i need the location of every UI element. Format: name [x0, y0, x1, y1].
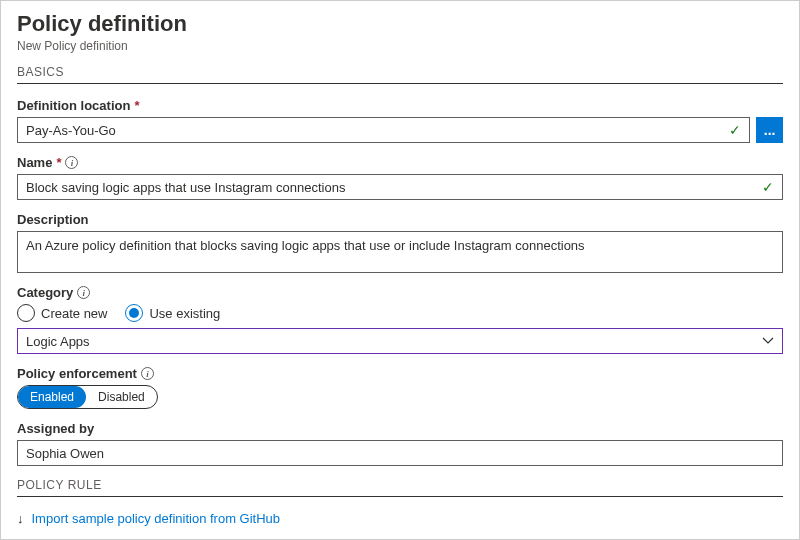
name-value: Block saving logic apps that use Instagr…	[26, 180, 345, 195]
description-label: Description	[17, 212, 783, 227]
description-value: An Azure policy definition that blocks s…	[26, 238, 585, 253]
field-definition-location: Definition location * Pay-As-You-Go ✓ ..…	[17, 98, 783, 143]
category-select[interactable]: Logic Apps	[17, 328, 783, 354]
page-title: Policy definition	[17, 11, 783, 37]
download-icon: ↓	[17, 511, 24, 526]
field-name: Name * i Block saving logic apps that us…	[17, 155, 783, 200]
label-text: Policy enforcement	[17, 366, 137, 381]
field-policy-enforcement: Policy enforcement i Enabled Disabled	[17, 366, 783, 409]
category-radio-group: Create new Use existing	[17, 304, 783, 322]
info-icon[interactable]: i	[141, 367, 154, 380]
import-link-text: Import sample policy definition from Git…	[32, 511, 281, 526]
definition-location-browse-button[interactable]: ...	[756, 117, 783, 143]
page-subtitle: New Policy definition	[17, 39, 783, 53]
check-icon: ✓	[756, 179, 774, 195]
category-label: Category i	[17, 285, 783, 300]
label-text: Category	[17, 285, 73, 300]
definition-location-input[interactable]: Pay-As-You-Go ✓	[17, 117, 750, 143]
section-basics-header: BASICS	[17, 65, 783, 84]
radio-icon	[125, 304, 143, 322]
required-indicator: *	[134, 98, 139, 113]
chevron-down-icon	[762, 335, 774, 347]
radio-icon	[17, 304, 35, 322]
required-indicator: *	[56, 155, 61, 170]
label-text: Assigned by	[17, 421, 94, 436]
toggle-enabled[interactable]: Enabled	[18, 386, 86, 408]
assigned-by-value: Sophia Owen	[26, 446, 104, 461]
section-policy-rule-header: POLICY RULE	[17, 478, 783, 497]
field-description: Description An Azure policy definition t…	[17, 212, 783, 273]
assigned-by-input[interactable]: Sophia Owen	[17, 440, 783, 466]
radio-label: Use existing	[149, 306, 220, 321]
policy-enforcement-label: Policy enforcement i	[17, 366, 783, 381]
name-label: Name * i	[17, 155, 783, 170]
name-input[interactable]: Block saving logic apps that use Instagr…	[17, 174, 783, 200]
field-category: Category i Create new Use existing Logic…	[17, 285, 783, 354]
assigned-by-label: Assigned by	[17, 421, 783, 436]
check-icon: ✓	[723, 122, 741, 138]
field-assigned-by: Assigned by Sophia Owen	[17, 421, 783, 466]
label-text: Description	[17, 212, 89, 227]
category-radio-create-new[interactable]: Create new	[17, 304, 107, 322]
label-text: Definition location	[17, 98, 130, 113]
label-text: Name	[17, 155, 52, 170]
description-input[interactable]: An Azure policy definition that blocks s…	[17, 231, 783, 273]
info-icon[interactable]: i	[77, 286, 90, 299]
radio-label: Create new	[41, 306, 107, 321]
info-icon[interactable]: i	[65, 156, 78, 169]
toggle-disabled[interactable]: Disabled	[86, 386, 157, 408]
import-sample-link[interactable]: ↓ Import sample policy definition from G…	[17, 511, 783, 526]
category-value: Logic Apps	[26, 334, 90, 349]
definition-location-label: Definition location *	[17, 98, 783, 113]
policy-enforcement-toggle[interactable]: Enabled Disabled	[17, 385, 158, 409]
category-radio-use-existing[interactable]: Use existing	[125, 304, 220, 322]
definition-location-value: Pay-As-You-Go	[26, 123, 116, 138]
